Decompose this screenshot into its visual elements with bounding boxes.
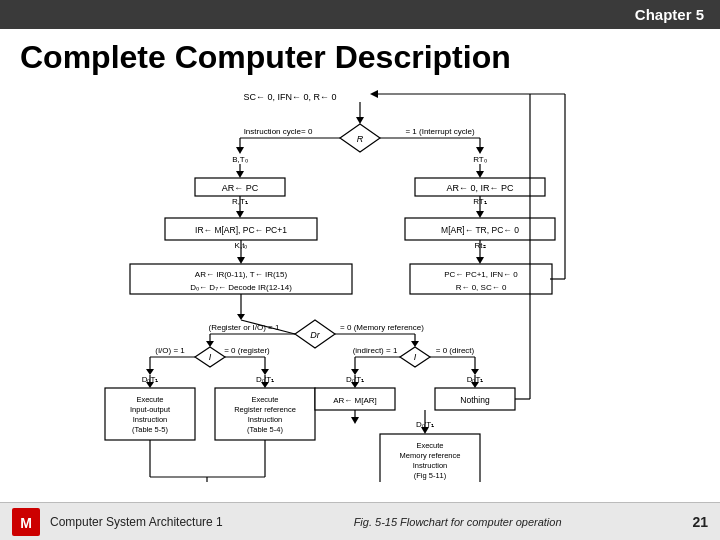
svg-marker-90 [146,382,154,388]
svg-text:Instruction cycle= 0: Instruction cycle= 0 [244,127,313,136]
start-condition: SC← 0, IFN← 0, R← 0 [243,92,336,102]
svg-text:Nothing: Nothing [460,395,490,405]
svg-text:(Table 5-4): (Table 5-4) [247,425,283,434]
svg-text:AR← PC: AR← PC [222,183,259,193]
figure-caption: Fig. 5-15 Flowchart for computer operati… [223,516,693,528]
svg-text:Execute: Execute [136,395,163,404]
svg-text:Input-output: Input-output [130,405,171,414]
svg-text:= 0 (register): = 0 (register) [224,346,270,355]
svg-marker-25 [236,211,244,218]
svg-text:Memory reference: Memory reference [400,451,461,460]
svg-marker-64 [411,341,419,347]
svg-text:R← 0, SC← 0: R← 0, SC← 0 [456,283,507,292]
svg-text:RT₁: RT₁ [473,197,487,206]
svg-text:Register reference: Register reference [234,405,296,414]
svg-text:Instruction: Instruction [248,415,283,424]
svg-text:D₀← D₇← Decode IR(12-14): D₀← D₇← Decode IR(12-14) [190,283,292,292]
svg-marker-92 [261,382,269,388]
diagram-area: SC← 0, IFN← 0, R← 0 R Instruction cycle=… [0,82,720,482]
svg-marker-37 [237,257,245,264]
svg-text:RT₀: RT₀ [473,155,487,164]
svg-marker-6 [236,147,244,154]
course-title: Computer System Architecture 1 [50,515,223,529]
svg-marker-53 [237,314,245,320]
svg-text:(I/O) = 1: (I/O) = 1 [155,346,185,355]
svg-text:(Register or I/O) = 1: (Register or I/O) = 1 [209,323,280,332]
svg-marker-14 [236,171,244,178]
svg-marker-96 [471,382,479,388]
svg-text:R: R [357,134,364,144]
svg-text:= 0 (direct): = 0 (direct) [436,346,475,355]
svg-text:K,t₀: K,t₀ [235,241,248,250]
svg-text:AR← 0, IR← PC: AR← 0, IR← PC [446,183,514,193]
svg-text:= 1 (Interrupt cycle): = 1 (Interrupt cycle) [405,127,474,136]
svg-marker-10 [476,147,484,154]
svg-text:R,T₁: R,T₁ [232,197,248,206]
footer-left: M Computer System Architecture 1 [12,508,223,536]
svg-text:Instruction: Instruction [133,415,168,424]
svg-marker-115 [421,427,429,434]
svg-text:Dr: Dr [310,330,320,340]
svg-text:IR← M[AR],  PC← PC+1: IR← M[AR], PC← PC+1 [195,225,287,235]
svg-text:(Table 5-5): (Table 5-5) [132,425,168,434]
page-title: Complete Computer Description [0,29,720,82]
svg-text:B,T₀: B,T₀ [232,155,247,164]
svg-marker-1 [356,117,364,124]
svg-marker-19 [476,171,484,178]
svg-text:(indirect) = 1: (indirect) = 1 [353,346,398,355]
svg-marker-94 [351,382,359,388]
svg-text:(Fig 5-11): (Fig 5-11) [414,471,447,480]
header-bar: Chapter 5 [0,0,720,29]
svg-text:AR← IR(0-11), T← IR(15): AR← IR(0-11), T← IR(15) [195,270,288,279]
svg-text:AR← M[AR]: AR← M[AR] [333,396,377,405]
svg-marker-60 [206,341,214,347]
university-logo: M [12,508,40,536]
svg-marker-44 [476,257,484,264]
svg-text:Execute: Execute [416,441,443,450]
svg-marker-51 [370,90,378,98]
page-number: 21 [692,514,708,530]
svg-text:M[AR]← TR, PC← 0: M[AR]← TR, PC← 0 [441,225,519,235]
svg-text:= 0 (Memory reference): = 0 (Memory reference) [340,323,424,332]
svg-text:PC← PC+1, IFN← 0: PC← PC+1, IFN← 0 [444,270,518,279]
svg-text:Instruction: Instruction [413,461,448,470]
svg-text:Execute: Execute [251,395,278,404]
svg-text:M: M [20,515,32,531]
svg-marker-31 [476,211,484,218]
footer-bar: M Computer System Architecture 1 Fig. 5-… [0,502,720,540]
chapter-label: Chapter 5 [635,6,704,23]
svg-marker-112 [351,417,359,424]
